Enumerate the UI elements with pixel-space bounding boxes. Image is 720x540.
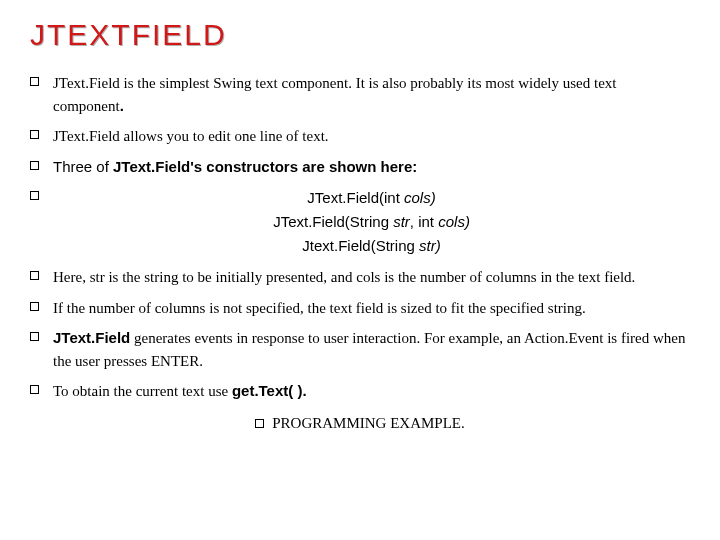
bullet-item: Three of JText.Field's constructors are … xyxy=(30,156,690,179)
text-span: cols) xyxy=(438,213,470,230)
square-bullet-icon xyxy=(30,271,39,280)
text-span: JText.Field's constructors are shown her… xyxy=(113,158,417,175)
text-span: . xyxy=(120,97,124,114)
footer-line: PROGRAMMING EXAMPLE. xyxy=(30,411,690,435)
square-bullet-icon xyxy=(30,302,39,311)
text-span: cols) xyxy=(404,189,436,206)
square-bullet-icon xyxy=(30,130,39,139)
text-span: JText.Field is the simplest Swing text c… xyxy=(53,75,617,114)
text-span: Jtext.Field(String xyxy=(302,237,419,254)
bullet-text: To obtain the current text use get.Text(… xyxy=(53,380,690,403)
bullet-text: Three of JText.Field's constructors are … xyxy=(53,156,690,179)
text-span: JText.Field(int xyxy=(307,189,404,206)
bullet-list: JText.Field is the simplest Swing text c… xyxy=(30,72,690,434)
square-bullet-icon xyxy=(30,191,39,200)
square-bullet-icon xyxy=(30,77,39,86)
square-bullet-icon xyxy=(30,332,39,341)
bullet-item: JText.Field is the simplest Swing text c… xyxy=(30,72,690,117)
text-span: , int xyxy=(410,213,438,230)
square-bullet-icon xyxy=(30,161,39,170)
square-bullet-icon xyxy=(30,385,39,394)
bullet-text: Here, str is the string to be initially … xyxy=(53,266,690,289)
bullet-item: If the number of columns is not specifie… xyxy=(30,297,690,320)
constructor-line: JText.Field(int cols) xyxy=(53,186,690,210)
bullet-text: JText.Field generates events in response… xyxy=(53,327,690,372)
square-bullet-icon xyxy=(255,419,264,428)
bullet-item: To obtain the current text use get.Text(… xyxy=(30,380,690,403)
bullet-item: JText.Field generates events in response… xyxy=(30,327,690,372)
text-span: generates events in response to user int… xyxy=(53,330,686,369)
page-title: JTEXTFIELD xyxy=(30,18,690,52)
text-span: str) xyxy=(419,237,441,254)
bullet-item: JText.Field allows you to edit one line … xyxy=(30,125,690,148)
constructor-line: Jtext.Field(String str) xyxy=(53,234,690,258)
bullet-item: Here, str is the string to be initially … xyxy=(30,266,690,289)
constructor-line: JText.Field(String str, int cols) xyxy=(53,210,690,234)
constructor-list: JText.Field(int cols) JText.Field(String… xyxy=(53,186,690,258)
text-span: JText.Field xyxy=(53,329,130,346)
bullet-text: JText.Field allows you to edit one line … xyxy=(53,125,690,148)
text-span: get.Text( ). xyxy=(232,382,307,399)
bullet-item: JText.Field(int cols) JText.Field(String… xyxy=(30,186,690,258)
text-span: To obtain the current text use xyxy=(53,383,232,399)
text-span: Three of xyxy=(53,158,113,175)
bullet-text: If the number of columns is not specifie… xyxy=(53,297,690,320)
text-span: str xyxy=(393,213,410,230)
text-span: JText.Field(String xyxy=(273,213,393,230)
bullet-text: JText.Field is the simplest Swing text c… xyxy=(53,72,690,117)
footer-text: PROGRAMMING EXAMPLE. xyxy=(272,415,465,431)
